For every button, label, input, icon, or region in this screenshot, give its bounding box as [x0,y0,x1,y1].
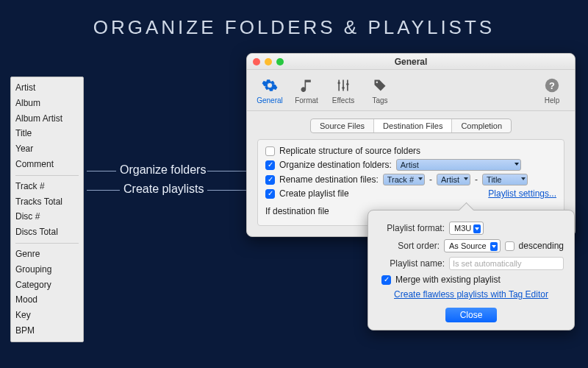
list-item: Comment [15,157,79,172]
toolbar-label: Help [545,96,560,105]
list-item: Disc # [15,209,79,224]
descending-checkbox[interactable] [505,241,514,251]
tag-editor-link[interactable]: Create flawless playlists with Tag Edito… [394,289,548,300]
list-item: Album Artist [15,111,79,127]
replicate-label: Replicate structure of source folders [279,146,420,156]
list-item: Year [15,141,79,157]
toolbar-tags[interactable]: Tags [362,76,398,105]
svg-point-1 [342,87,344,89]
rename-token-2[interactable]: Artist [437,174,470,185]
divider [15,243,79,244]
playlist-format-label: Playlist format: [379,223,445,233]
help-icon: ? [542,76,562,95]
descending-label: descending [519,241,564,251]
playlist-name-label: Playlist name: [379,258,445,269]
list-item: Tracks Total [15,194,79,210]
if-destination-label: If destination file [265,206,329,216]
rename-checkbox[interactable] [265,175,275,185]
list-item: BPM [15,323,79,339]
organize-label: Organize destination folders: [279,160,392,170]
connector-line [87,171,116,171]
svg-point-3 [376,82,378,84]
gear-icon [260,76,279,95]
connector-label-playlists: Create playlists [123,183,204,196]
rename-token-3[interactable]: Title [482,174,528,185]
toolbar-format[interactable]: Format [288,76,325,105]
subtab-segment: Source Files Destination Files Completio… [247,111,575,139]
tab-source-files[interactable]: Source Files [311,119,373,132]
merge-label: Merge with existing playlist [395,275,501,285]
toolbar-effects[interactable]: Effects [325,76,362,105]
toolbar-label: Format [295,96,318,105]
organize-checkbox[interactable] [265,160,275,170]
playlist-settings-popover: Playlist format: M3U Sort order: As Sour… [368,210,575,330]
playlist-settings-link[interactable]: Playlist settings... [488,188,556,199]
tag-icon [370,76,390,95]
close-button[interactable]: Close [445,308,498,322]
tab-destination-files[interactable]: Destination Files [373,119,451,132]
sort-order-select[interactable]: As Source [444,239,501,252]
toolbar-help[interactable]: ? Help [534,76,570,105]
rename-label: Rename destination files: [279,174,379,185]
window-title: General [247,57,575,67]
separator-dash: - [475,174,478,185]
tag-fields-list: Artist Album Album Artist Title Year Com… [10,77,84,342]
playlist-name-input[interactable]: Is set automatically [449,257,564,270]
list-item: Genre [15,247,79,262]
toolbar-label: General [257,96,283,105]
rename-token-1[interactable]: Track # [383,174,425,185]
organize-token-select[interactable]: Artist [396,159,521,171]
create-playlist-label: Create playlist file [279,188,349,199]
sort-order-label: Sort order: [379,241,440,251]
page-title: ORGANIZE FOLDERS & PLAYLISTS [0,16,588,39]
list-item: Track # [15,179,79,194]
list-item: Key [15,308,79,323]
merge-checkbox[interactable] [381,275,391,285]
divider [15,175,79,176]
connector-line [87,190,120,191]
list-item: Title [15,126,79,141]
window-toolbar: General Format Effects Tags ? Help [247,70,575,111]
toolbar-label: Effects [332,96,354,105]
list-item: Category [15,277,79,293]
music-note-icon [297,76,316,95]
list-item: Artist [15,80,79,96]
svg-point-2 [346,83,348,85]
list-item: Mood [15,292,79,308]
toolbar-label: Tags [372,96,387,105]
tab-completion[interactable]: Completion [451,119,511,132]
playlist-format-select[interactable]: M3U [449,222,484,235]
replicate-checkbox[interactable] [265,146,275,156]
connector-label-organize: Organize folders [120,163,206,177]
window-titlebar[interactable]: General [247,54,575,70]
svg-text:?: ? [549,80,555,91]
toolbar-general[interactable]: General [251,76,288,105]
separator-dash: - [429,174,432,185]
create-playlist-checkbox[interactable] [265,189,275,199]
list-item: Album [15,96,79,111]
list-item: Discs Total [15,224,79,240]
list-item: Grouping [15,262,79,277]
sliders-icon [334,76,353,95]
svg-point-0 [338,82,340,84]
